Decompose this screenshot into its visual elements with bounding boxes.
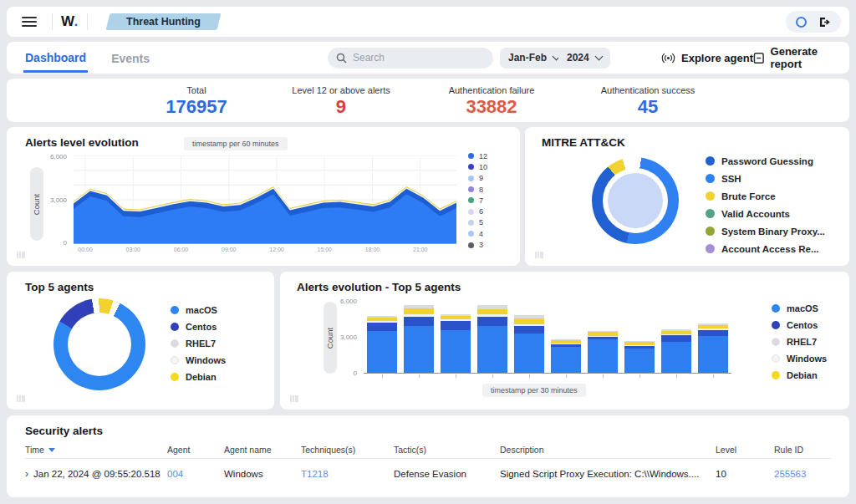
sort-desc-icon[interactable] bbox=[48, 448, 55, 452]
year-filter-dropdown[interactable]: 2024 bbox=[558, 48, 610, 69]
legend-item[interactable]: Debian bbox=[772, 367, 827, 384]
legend-item[interactable]: 4 bbox=[468, 228, 487, 239]
panel-options-icon[interactable] bbox=[17, 251, 25, 259]
legend-item[interactable]: macOS bbox=[171, 302, 226, 318]
logout-icon[interactable] bbox=[818, 16, 831, 28]
app-logo: W. bbox=[61, 13, 79, 30]
legend-item[interactable]: Account Access Re... bbox=[706, 240, 825, 257]
bar-segment-centos bbox=[661, 335, 691, 342]
legend-item[interactable]: Centos bbox=[772, 317, 827, 333]
chevron-down-icon bbox=[594, 53, 603, 61]
legend-item[interactable]: SSH bbox=[706, 170, 825, 187]
legend-item[interactable]: Windows bbox=[772, 350, 827, 367]
cell-tactics: Defense Evasion bbox=[394, 469, 500, 479]
x-tick: 18:00 bbox=[365, 247, 380, 252]
bar-segment-macos bbox=[551, 347, 581, 373]
bar-segment-macos bbox=[514, 333, 544, 373]
legend-item[interactable]: Password Guessing bbox=[706, 152, 825, 170]
stacked-bar[interactable] bbox=[477, 305, 507, 373]
legend-item[interactable]: 10 bbox=[468, 161, 487, 172]
bar-segment-centos bbox=[441, 321, 471, 329]
legend-item[interactable]: 5 bbox=[468, 217, 487, 228]
cell-time: ›Jan 22, 2024 @ 09:55:20.518 bbox=[25, 468, 167, 480]
table-row[interactable]: ›Jan 22, 2024 @ 09:55:20.518004WindowsT1… bbox=[25, 464, 831, 484]
bar-segment-macos bbox=[367, 331, 397, 373]
panel-options-icon[interactable] bbox=[17, 395, 25, 403]
stacked-bar[interactable] bbox=[661, 329, 691, 373]
x-tick: 00:00 bbox=[78, 247, 93, 252]
x-tick: 12:00 bbox=[269, 247, 284, 252]
tab-dashboard[interactable]: Dashboard bbox=[23, 43, 88, 73]
search-box[interactable] bbox=[328, 48, 493, 69]
legend-item[interactable]: Debian bbox=[171, 369, 226, 385]
area-chart[interactable] bbox=[74, 155, 456, 244]
legend-item[interactable]: macOS bbox=[772, 300, 827, 317]
legend-item[interactable]: RHEL7 bbox=[772, 333, 827, 350]
panel-options-icon[interactable] bbox=[290, 395, 298, 403]
legend-color-dot bbox=[706, 156, 715, 165]
legend-item[interactable]: 9 bbox=[468, 173, 487, 184]
mitre-donut-chart[interactable] bbox=[592, 157, 679, 244]
legend-item[interactable]: System Binary Proxy... bbox=[706, 222, 825, 240]
stacked-bar[interactable] bbox=[514, 315, 544, 373]
top5-donut-chart[interactable] bbox=[54, 298, 145, 390]
legend-color-dot bbox=[706, 174, 715, 183]
month-filter-dropdown[interactable]: Jan-Feb bbox=[500, 48, 568, 69]
bar-segment-debian bbox=[404, 308, 434, 314]
top5-agents-panel: Top 5 agents macOSCentosRHEL7WindowsDebi… bbox=[7, 272, 274, 410]
panel-title: MITRE ATT&CK bbox=[542, 136, 625, 149]
stacked-bar[interactable] bbox=[367, 316, 397, 373]
expand-row-icon[interactable]: › bbox=[25, 468, 28, 480]
stacked-bar[interactable] bbox=[624, 341, 655, 373]
legend-item[interactable]: 12 bbox=[468, 150, 487, 161]
legend-label: 4 bbox=[479, 230, 483, 238]
legend-item[interactable]: Valid Accounts bbox=[706, 205, 825, 222]
legend-item[interactable]: 8 bbox=[468, 184, 487, 195]
stacked-bar-chart[interactable] bbox=[364, 300, 731, 374]
panel-options-icon[interactable] bbox=[535, 251, 543, 259]
column-header-techniques-s-: Techniques(s) bbox=[301, 445, 394, 455]
search-input[interactable] bbox=[353, 52, 478, 64]
stacked-bar[interactable] bbox=[404, 305, 434, 373]
explore-agent-button[interactable]: Explore agent bbox=[661, 52, 753, 64]
stat-total: Total176957 bbox=[166, 85, 227, 118]
legend-color-dot bbox=[772, 321, 780, 329]
bar-segment-macos bbox=[404, 326, 434, 373]
stacked-bar[interactable] bbox=[441, 314, 471, 373]
legend-label: RHEL7 bbox=[186, 339, 216, 349]
cell-agent[interactable]: 004 bbox=[167, 469, 224, 479]
legend-item[interactable]: 6 bbox=[468, 206, 487, 216]
status-circle-icon[interactable] bbox=[796, 17, 807, 28]
generate-report-button[interactable]: Generate report bbox=[753, 45, 849, 70]
legend-color-dot bbox=[706, 209, 715, 218]
panel-title: Security alerts bbox=[25, 425, 103, 437]
cell-rule-id[interactable]: 255563 bbox=[774, 469, 831, 479]
legend-label: macOS bbox=[787, 303, 818, 313]
legend-item[interactable]: 3 bbox=[468, 239, 487, 250]
y-tick: 6,000 bbox=[42, 153, 67, 160]
threat-hunting-tab[interactable]: Threat Hunting bbox=[105, 13, 221, 30]
stat-auth-success: Authentication success45 bbox=[601, 85, 696, 118]
legend-item[interactable]: 7 bbox=[468, 195, 487, 206]
cell-techniques[interactable]: T1218 bbox=[301, 469, 394, 479]
stat-auth-failure: Authentication failure33882 bbox=[449, 85, 535, 118]
legend-item[interactable]: Windows bbox=[171, 352, 226, 369]
cell-agent-name: Windows bbox=[224, 469, 301, 479]
legend-item[interactable]: RHEL7 bbox=[171, 335, 226, 352]
bar-segment-centos bbox=[477, 317, 507, 327]
stacked-bar[interactable] bbox=[698, 323, 728, 373]
column-header-level: Level bbox=[716, 445, 774, 455]
bar-segment-centos bbox=[404, 317, 434, 327]
stacked-bar[interactable] bbox=[588, 331, 618, 373]
tab-events[interactable]: Events bbox=[110, 44, 151, 71]
legend-item[interactable]: Centos bbox=[171, 318, 226, 335]
agents-legend: macOSCentosRHEL7WindowsDebian bbox=[171, 302, 226, 385]
column-header-time[interactable]: Time bbox=[25, 445, 167, 455]
legend-label: SSH bbox=[721, 174, 741, 184]
menu-icon[interactable] bbox=[22, 17, 37, 27]
stacked-bar[interactable] bbox=[551, 339, 581, 373]
timestamp-badge: timestamp per 60 minutes bbox=[184, 137, 288, 150]
legend-item[interactable]: Brute Force bbox=[706, 187, 825, 205]
agents-legend: macOSCentosRHEL7WindowsDebian bbox=[772, 300, 827, 384]
bar-segment-macos bbox=[588, 339, 618, 373]
